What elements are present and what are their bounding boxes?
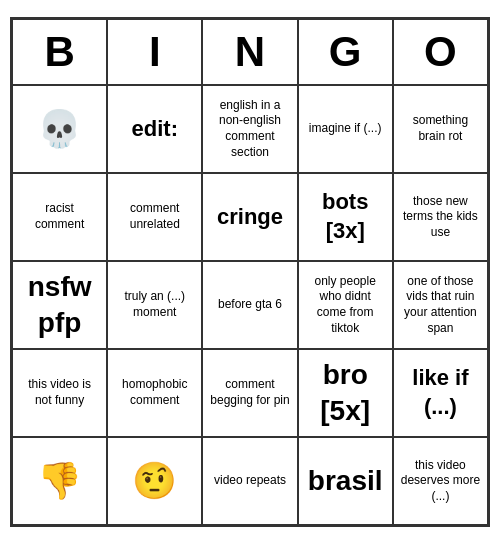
cell-content: brasil bbox=[308, 463, 383, 499]
cell-content: comment unrelated bbox=[114, 201, 195, 232]
cell-content: only people who didnt come from tiktok bbox=[305, 274, 386, 336]
bingo-letter: N bbox=[202, 19, 297, 85]
bingo-cell-r4c2: homophobic comment bbox=[107, 349, 202, 437]
cell-content: nsfw pfp bbox=[19, 269, 100, 342]
bingo-cell-r1c2: edit: bbox=[107, 85, 202, 173]
cell-content: one of those vids that ruin your attenti… bbox=[400, 274, 481, 336]
cell-content: video repeats bbox=[214, 473, 286, 489]
bingo-card: BINGO 💀edit:english in a non-english com… bbox=[10, 17, 490, 527]
cell-content: bro [5x] bbox=[305, 357, 386, 430]
cell-content: imagine if (...) bbox=[309, 121, 382, 137]
bingo-cell-r2c2: comment unrelated bbox=[107, 173, 202, 261]
bingo-cell-r4c3: comment begging for pin bbox=[202, 349, 297, 437]
bingo-cell-r2c1: racist comment bbox=[12, 173, 107, 261]
cell-content: racist comment bbox=[19, 201, 100, 232]
bingo-cell-r3c2: truly an (...) moment bbox=[107, 261, 202, 349]
bingo-grid: 💀edit:english in a non-english comment s… bbox=[12, 85, 488, 525]
bingo-cell-r3c1: nsfw pfp bbox=[12, 261, 107, 349]
bingo-letter: I bbox=[107, 19, 202, 85]
bingo-cell-r4c1: this video is not funny bbox=[12, 349, 107, 437]
cell-content: this video deserves more (...) bbox=[400, 458, 481, 505]
cell-content: truly an (...) moment bbox=[114, 289, 195, 320]
cell-content: before gta 6 bbox=[218, 297, 282, 313]
cell-content: bots [3x] bbox=[305, 188, 386, 245]
bingo-cell-r2c4: bots [3x] bbox=[298, 173, 393, 261]
cell-content: 💀 bbox=[37, 106, 82, 153]
bingo-header: BINGO bbox=[12, 19, 488, 85]
cell-content: 🤨 bbox=[132, 458, 177, 505]
bingo-cell-r5c3: video repeats bbox=[202, 437, 297, 525]
cell-content: cringe bbox=[217, 203, 283, 232]
cell-content: something brain rot bbox=[400, 113, 481, 144]
bingo-cell-r4c4: bro [5x] bbox=[298, 349, 393, 437]
bingo-cell-r3c3: before gta 6 bbox=[202, 261, 297, 349]
bingo-cell-r5c4: brasil bbox=[298, 437, 393, 525]
cell-content: this video is not funny bbox=[19, 377, 100, 408]
bingo-cell-r5c5: this video deserves more (...) bbox=[393, 437, 488, 525]
bingo-cell-r3c4: only people who didnt come from tiktok bbox=[298, 261, 393, 349]
bingo-cell-r1c1: 💀 bbox=[12, 85, 107, 173]
cell-content: homophobic comment bbox=[114, 377, 195, 408]
bingo-cell-r5c1: 👎 bbox=[12, 437, 107, 525]
cell-content: edit: bbox=[132, 115, 178, 144]
bingo-letter: B bbox=[12, 19, 107, 85]
bingo-cell-r2c3: cringe bbox=[202, 173, 297, 261]
bingo-cell-r4c5: like if (...) bbox=[393, 349, 488, 437]
bingo-letter: O bbox=[393, 19, 488, 85]
bingo-cell-r5c2: 🤨 bbox=[107, 437, 202, 525]
bingo-cell-r3c5: one of those vids that ruin your attenti… bbox=[393, 261, 488, 349]
bingo-cell-r1c4: imagine if (...) bbox=[298, 85, 393, 173]
cell-content: those new terms the kids use bbox=[400, 194, 481, 241]
cell-content: english in a non-english comment section bbox=[209, 98, 290, 160]
bingo-cell-r1c5: something brain rot bbox=[393, 85, 488, 173]
cell-content: comment begging for pin bbox=[209, 377, 290, 408]
bingo-cell-r1c3: english in a non-english comment section bbox=[202, 85, 297, 173]
bingo-letter: G bbox=[298, 19, 393, 85]
cell-content: like if (...) bbox=[400, 364, 481, 421]
bingo-cell-r2c5: those new terms the kids use bbox=[393, 173, 488, 261]
cell-content: 👎 bbox=[37, 458, 82, 505]
